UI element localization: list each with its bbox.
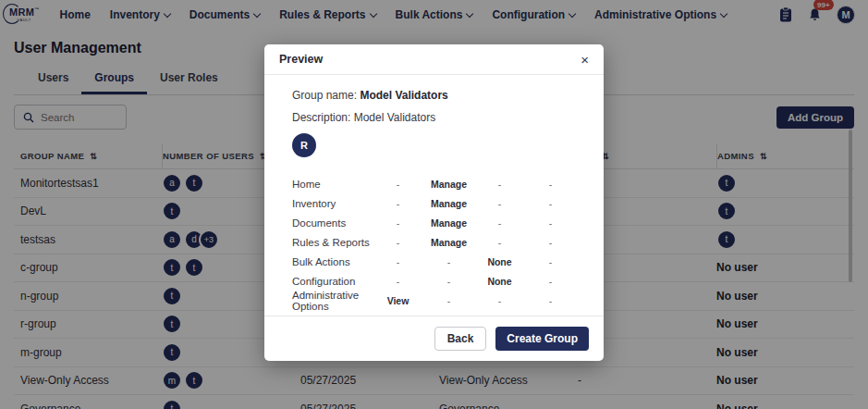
modal-body: Group name: Model Validators Description…: [264, 75, 604, 316]
permission-label: Inventory: [292, 198, 373, 209]
permission-row: Home-Manage--: [292, 174, 576, 193]
permission-label: Documents: [292, 217, 373, 229]
permission-label: Bulk Actions: [292, 256, 373, 267]
permission-row: Bulk Actions--None-: [292, 252, 576, 271]
modal-footer: Back Create Group: [264, 316, 604, 361]
permission-value: -: [423, 256, 474, 267]
permission-label: Home: [292, 179, 373, 190]
permission-value: None: [474, 276, 525, 287]
permission-value: -: [474, 217, 525, 229]
permission-row: Rules & Reports-Manage--: [292, 232, 576, 252]
description-label: Description:: [292, 111, 350, 124]
permission-value: -: [525, 237, 576, 248]
back-button[interactable]: Back: [434, 327, 487, 351]
permission-label: Rules & Reports: [292, 237, 373, 248]
permission-row: Configuration--None-: [292, 271, 576, 291]
permission-value: -: [373, 179, 423, 190]
permission-value: -: [525, 256, 576, 267]
permission-value: -: [373, 276, 423, 287]
group-name-line: Group name: Model Validators: [292, 89, 576, 102]
permission-value: -: [525, 198, 576, 209]
permissions-list: Home-Manage--Inventory-Manage--Documents…: [292, 174, 576, 310]
modal-title: Preview: [279, 53, 323, 66]
preview-modal: Preview × Group name: Model Validators D…: [264, 44, 604, 361]
description-value: Model Validators: [354, 111, 436, 124]
permission-value: -: [373, 237, 423, 248]
permission-value: -: [525, 276, 576, 287]
permission-value: -: [525, 295, 576, 306]
permission-value: -: [423, 295, 474, 306]
permission-value: Manage: [423, 217, 474, 229]
page-wrap: MRM™ VAULT HomeInventoryDocumentsRules &…: [0, 0, 868, 409]
permission-value: Manage: [423, 198, 474, 209]
permission-value: None: [474, 256, 525, 267]
permission-value: -: [474, 237, 525, 248]
permission-row: Documents-Manage--: [292, 213, 576, 232]
permission-value: -: [525, 217, 576, 229]
modal-header: Preview ×: [264, 44, 604, 75]
group-name-value: Model Validators: [360, 89, 447, 102]
permission-value: -: [474, 179, 525, 190]
permission-value: -: [373, 256, 423, 267]
permission-label: Administrative Options: [292, 290, 373, 312]
permission-value: -: [373, 198, 423, 209]
permission-value: View: [373, 295, 423, 306]
permission-row: Inventory-Manage--: [292, 193, 576, 213]
close-icon[interactable]: ×: [581, 53, 589, 67]
permission-value: -: [474, 295, 525, 306]
description-line: Description: Model Validators: [292, 111, 576, 124]
permission-row: Administrative OptionsView---: [292, 291, 576, 310]
permission-value: -: [423, 276, 474, 287]
permission-label: Configuration: [292, 276, 373, 287]
permission-value: -: [474, 198, 525, 209]
permission-value: Manage: [423, 179, 474, 190]
permission-value: -: [525, 179, 576, 190]
group-avatar: R: [292, 133, 316, 157]
permission-value: Manage: [423, 237, 474, 248]
group-name-label: Group name:: [292, 89, 357, 102]
create-group-button[interactable]: Create Group: [495, 327, 589, 351]
permission-value: -: [373, 217, 423, 229]
